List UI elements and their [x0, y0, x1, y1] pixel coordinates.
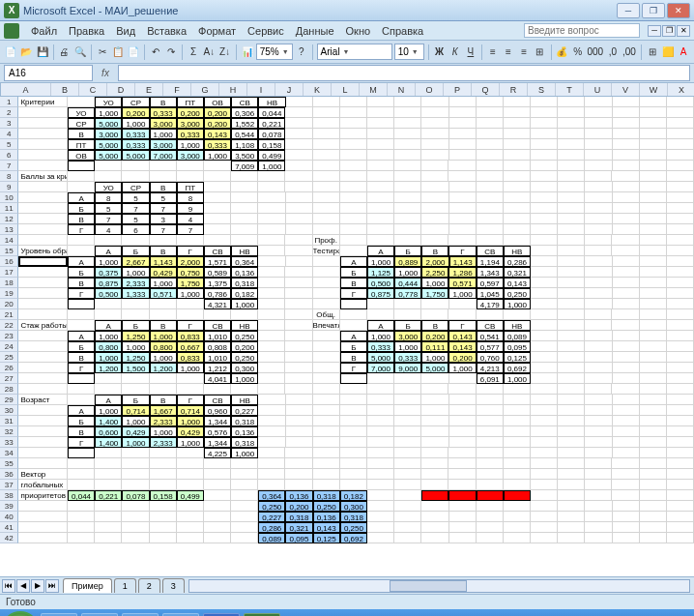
col-header[interactable]: A: [1, 83, 51, 96]
cell[interactable]: [558, 235, 585, 246]
cell[interactable]: [68, 384, 95, 395]
cell[interactable]: [313, 203, 340, 214]
cell[interactable]: 0,875: [367, 288, 394, 299]
cell[interactable]: [95, 512, 122, 522]
cell[interactable]: 0,714: [177, 405, 204, 416]
cell[interactable]: 0,200: [285, 501, 312, 512]
cell[interactable]: [558, 490, 585, 501]
cell[interactable]: [558, 246, 585, 256]
cell[interactable]: [421, 437, 448, 448]
cell[interactable]: 0,173: [448, 490, 476, 501]
cell[interactable]: [613, 501, 640, 512]
cell[interactable]: 0,250: [258, 501, 285, 512]
cell[interactable]: [640, 341, 667, 352]
cell[interactable]: [394, 97, 421, 107]
cell[interactable]: [613, 182, 640, 192]
cell[interactable]: [585, 309, 612, 320]
cell[interactable]: [558, 118, 585, 129]
cell[interactable]: [18, 363, 68, 373]
cell[interactable]: [504, 139, 531, 150]
cell[interactable]: 1,000: [231, 373, 258, 384]
cell[interactable]: [421, 192, 448, 203]
cell[interactable]: [558, 161, 585, 171]
cell[interactable]: [367, 171, 394, 182]
cell[interactable]: [613, 267, 640, 278]
cell[interactable]: [667, 405, 694, 416]
cell[interactable]: [394, 182, 421, 192]
cell[interactable]: СР: [68, 118, 95, 129]
cell[interactable]: 0,499: [177, 490, 204, 501]
cell[interactable]: [558, 256, 585, 267]
cell[interactable]: В: [150, 246, 177, 256]
cell[interactable]: [394, 373, 421, 384]
cell[interactable]: 1,000: [122, 267, 149, 278]
cell[interactable]: 1,000: [122, 437, 149, 448]
cell[interactable]: [367, 480, 394, 490]
cell[interactable]: 0,136: [231, 426, 258, 437]
cell[interactable]: [477, 395, 504, 405]
cell[interactable]: НВ: [231, 320, 258, 331]
cell[interactable]: [640, 395, 667, 405]
menu-file[interactable]: Файл: [25, 23, 63, 39]
cell[interactable]: [258, 426, 285, 437]
cell[interactable]: [421, 203, 448, 214]
cell[interactable]: [367, 150, 394, 161]
cell[interactable]: НВ: [231, 395, 258, 405]
cell[interactable]: 0,375: [95, 267, 122, 278]
align-center-icon[interactable]: ≡: [502, 44, 515, 61]
cell[interactable]: [285, 299, 312, 309]
cell[interactable]: 0,571: [150, 288, 177, 299]
cell[interactable]: 1,000: [231, 299, 258, 309]
cell[interactable]: 0,306: [231, 107, 258, 118]
cell[interactable]: [231, 384, 258, 395]
cell[interactable]: 4: [177, 214, 204, 224]
cell[interactable]: [667, 246, 694, 256]
cell[interactable]: [421, 129, 448, 139]
cell[interactable]: [340, 395, 367, 405]
cell[interactable]: [477, 203, 504, 214]
cell[interactable]: Г: [177, 246, 204, 256]
cell[interactable]: [558, 320, 585, 331]
cell[interactable]: 1,000: [421, 352, 448, 363]
cell[interactable]: [394, 522, 421, 533]
cell[interactable]: 5,000: [95, 139, 122, 150]
cell[interactable]: [313, 469, 340, 480]
cell[interactable]: [477, 161, 504, 171]
cell[interactable]: Стаж работы: [18, 320, 68, 331]
cell[interactable]: [667, 501, 694, 512]
menu-help[interactable]: Справка: [376, 23, 429, 39]
cell[interactable]: [367, 192, 394, 203]
cell[interactable]: [18, 192, 68, 203]
cell[interactable]: 0,125: [504, 352, 531, 363]
cell[interactable]: [285, 288, 312, 299]
cell[interactable]: [367, 437, 394, 448]
cell[interactable]: [286, 224, 313, 235]
cell[interactable]: [667, 384, 694, 395]
row-header[interactable]: 18: [0, 278, 18, 288]
cell[interactable]: [177, 533, 204, 543]
cell[interactable]: [667, 192, 694, 203]
cell[interactable]: [531, 384, 558, 395]
cell[interactable]: [231, 192, 258, 203]
cell[interactable]: [558, 331, 585, 341]
cell[interactable]: [421, 533, 448, 543]
cell[interactable]: [585, 320, 612, 331]
cell[interactable]: [613, 395, 640, 405]
cell[interactable]: [531, 235, 558, 246]
cell[interactable]: [340, 203, 367, 214]
cell[interactable]: 1,000: [122, 416, 149, 426]
cell[interactable]: [231, 522, 258, 533]
cell[interactable]: [68, 469, 95, 480]
cell[interactable]: [204, 309, 231, 320]
cell[interactable]: [613, 107, 640, 118]
cell[interactable]: [531, 118, 558, 129]
cell[interactable]: В: [68, 352, 95, 363]
cell[interactable]: 0,833: [177, 331, 204, 341]
cell[interactable]: [18, 309, 68, 320]
cell[interactable]: Б: [68, 267, 95, 278]
cell[interactable]: [640, 214, 667, 224]
cell[interactable]: 0,136: [285, 490, 312, 501]
cell[interactable]: [531, 267, 558, 278]
cell[interactable]: В: [340, 278, 367, 288]
cell[interactable]: [667, 331, 694, 341]
